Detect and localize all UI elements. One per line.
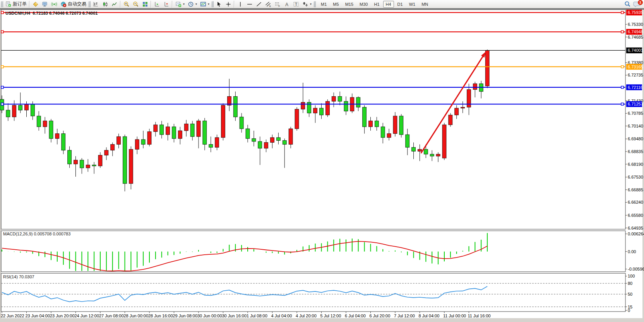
price-tick-label: 6.64935 [628, 226, 643, 230]
line-anchor-marker[interactable] [621, 86, 623, 89]
text-button[interactable]: A [282, 0, 291, 8]
time-tick-label: 6 Jul 04:00 [345, 313, 366, 318]
line-anchor-marker[interactable] [1, 86, 3, 89]
tf-button-W1[interactable]: W1 [406, 1, 418, 8]
rsi-axis-label: 100 [628, 274, 635, 278]
arrows-button[interactable]: ▾ [301, 0, 313, 8]
line-anchor-marker[interactable] [621, 66, 623, 68]
line-anchor-marker[interactable] [621, 103, 623, 105]
template-icon [200, 1, 206, 7]
line-chart-icon [111, 1, 118, 7]
toolbar-grip[interactable] [1, 1, 3, 7]
horizontal-line-button[interactable] [245, 0, 254, 8]
chat-button[interactable]: 1 [633, 1, 642, 8]
price-tick-label: 6.66885 [628, 187, 643, 192]
price-badge-label: 6.71257 [628, 102, 643, 106]
add-indicator-icon [175, 1, 182, 7]
chart-canvas[interactable]: 6.753306.746856.733806.727356.714306.707… [0, 0, 644, 322]
line-anchor-marker[interactable] [1, 11, 3, 14]
price-tick-label: 6.67530 [628, 175, 643, 179]
line-chart-button[interactable] [110, 0, 119, 8]
line-anchor-marker[interactable] [1, 103, 3, 105]
strategy-tester-button[interactable] [50, 0, 58, 8]
price-tick-label: 6.69480 [628, 136, 643, 141]
macd-axis-label: 0.006264 [628, 232, 644, 236]
chat-notification-badge: 1 [638, 0, 643, 5]
line-anchor-marker[interactable] [1, 66, 3, 68]
candlestick-chart-button[interactable] [101, 0, 110, 8]
crosshair-button[interactable] [224, 0, 233, 8]
time-tick-label: 30 Jun 16:00 [222, 313, 247, 318]
tf-button-D1[interactable]: D1 [395, 1, 406, 8]
candle [221, 103, 225, 140]
autotrading-button[interactable]: 自动交易 [59, 0, 87, 8]
time-tick-label: 11 Jul 00:00 [443, 313, 466, 318]
toolbar-grip[interactable] [211, 1, 214, 7]
autotrading-label: 自动交易 [68, 1, 86, 7]
macd-panel[interactable] [1, 231, 625, 272]
terminal-button[interactable] [40, 0, 49, 8]
line-anchor-marker[interactable] [621, 11, 623, 14]
zoom-in-button[interactable] [122, 0, 131, 8]
main-price-panel[interactable] [1, 10, 625, 229]
equidistant-channel-button[interactable]: E [264, 0, 272, 8]
new-order-icon [5, 1, 12, 7]
tile-windows-icon [142, 1, 148, 7]
toolbar-grip[interactable] [313, 1, 316, 7]
bar-chart-button[interactable] [91, 0, 100, 8]
time-tick-label: 7 Jul 12:00 [394, 313, 415, 318]
candle [442, 123, 446, 160]
trendline-button[interactable] [254, 0, 263, 8]
toolbar-grip[interactable] [88, 1, 91, 7]
cursor-button[interactable] [214, 0, 223, 8]
time-tick-label: 29 Jun 08:00 [173, 313, 198, 318]
rsi-indicator-label: RSI(14) 70.0307 [3, 274, 34, 279]
rsi-panel[interactable] [1, 273, 625, 312]
periods-button[interactable]: ▾ [186, 0, 198, 8]
candlestick-chart-icon [102, 1, 108, 7]
text-a-icon: A [283, 1, 290, 7]
macd-axis-label: 0.00 [628, 249, 636, 254]
vertical-line-button[interactable] [236, 0, 245, 8]
search-icon[interactable] [624, 1, 631, 7]
tf-button-M5[interactable]: M5 [330, 1, 341, 8]
yellow-diamond-icon [32, 1, 39, 7]
tile-windows-button[interactable] [140, 0, 149, 8]
price-tick-label: 6.68835 [628, 149, 643, 154]
line-anchor-marker[interactable] [1, 31, 3, 33]
price-badge-label: 6.73165 [628, 65, 643, 69]
time-tick-label: 27 Jun 08:00 [99, 313, 124, 318]
autotrading-globe-icon [60, 1, 67, 7]
time-tick-label: 23 Jun 04:00 [26, 313, 50, 318]
tf-button-M1[interactable]: M1 [318, 1, 329, 8]
chart-shift-icon [163, 1, 170, 7]
metaeditor-button[interactable] [31, 0, 40, 8]
candle [123, 135, 127, 191]
tf-button-M30[interactable]: M30 [357, 1, 370, 8]
fibonacci-button[interactable]: F [273, 0, 282, 8]
auto-scroll-button[interactable] [152, 0, 161, 8]
line-anchor-marker[interactable] [621, 31, 623, 33]
svg-text:E: E [269, 5, 271, 7]
trendline-icon [255, 1, 262, 7]
indicators-button[interactable]: ▾ [174, 0, 186, 8]
price-badge-label: 6.72116 [628, 85, 643, 90]
signal-waves-icon [51, 1, 57, 7]
arrow-shapes-icon [302, 1, 308, 7]
new-order-button[interactable]: 新订单 [4, 0, 28, 8]
toolbar-separator [151, 1, 151, 8]
zoom-out-button[interactable] [131, 0, 140, 8]
candle [449, 113, 452, 126]
templates-button[interactable]: ▾ [199, 0, 211, 8]
tf-button-M15[interactable]: M15 [343, 1, 356, 8]
candle [129, 147, 133, 189]
text-label-button[interactable]: T [291, 0, 300, 8]
crosshair-icon [225, 1, 231, 7]
chart-shift-button[interactable] [162, 0, 171, 8]
tf-button-H4[interactable]: H4 [383, 1, 394, 8]
toolbar-separator [234, 1, 235, 8]
toolbar-separator [172, 1, 173, 8]
tf-button-MN[interactable]: MN [419, 1, 431, 8]
tf-button-H1[interactable]: H1 [371, 1, 382, 8]
price-tick-label: 6.68190 [628, 162, 643, 167]
